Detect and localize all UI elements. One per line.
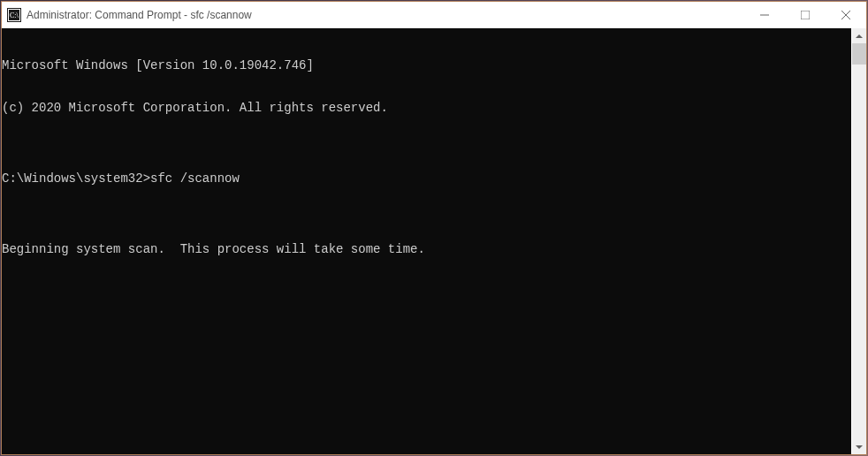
maximize-button[interactable] [785, 2, 826, 28]
close-icon [841, 11, 850, 19]
maximize-icon [801, 11, 810, 19]
terminal-line: (c) 2020 Microsoft Corporation. All righ… [2, 101, 851, 115]
svg-rect-4 [760, 15, 769, 16]
titlebar[interactable]: C:\ Administrator: Command Prompt - sfc … [2, 2, 866, 28]
chevron-up-icon [856, 33, 863, 40]
vertical-scrollbar[interactable] [851, 28, 866, 454]
scroll-thumb[interactable] [852, 43, 866, 65]
scroll-up-button[interactable] [852, 28, 866, 43]
minimize-button[interactable] [744, 2, 785, 28]
terminal-line: Beginning system scan. This process will… [2, 242, 851, 256]
chevron-down-icon [856, 444, 863, 451]
terminal-wrap: Microsoft Windows [Version 10.0.19042.74… [2, 28, 866, 454]
close-button[interactable] [826, 2, 866, 28]
command-prompt-window: C:\ Administrator: Command Prompt - sfc … [1, 1, 867, 455]
window-title: Administrator: Command Prompt - sfc /sca… [27, 9, 744, 21]
svg-text:C:\: C:\ [10, 11, 19, 19]
cmd-icon: C:\ [7, 8, 21, 22]
scroll-down-button[interactable] [852, 439, 866, 454]
scroll-track[interactable] [852, 43, 866, 439]
window-controls [744, 2, 866, 28]
terminal-output[interactable]: Microsoft Windows [Version 10.0.19042.74… [2, 28, 851, 454]
terminal-line: Microsoft Windows [Version 10.0.19042.74… [2, 58, 851, 72]
minimize-icon [760, 11, 769, 19]
svg-rect-5 [801, 11, 810, 19]
terminal-line: C:\Windows\system32>sfc /scannow [2, 171, 851, 186]
